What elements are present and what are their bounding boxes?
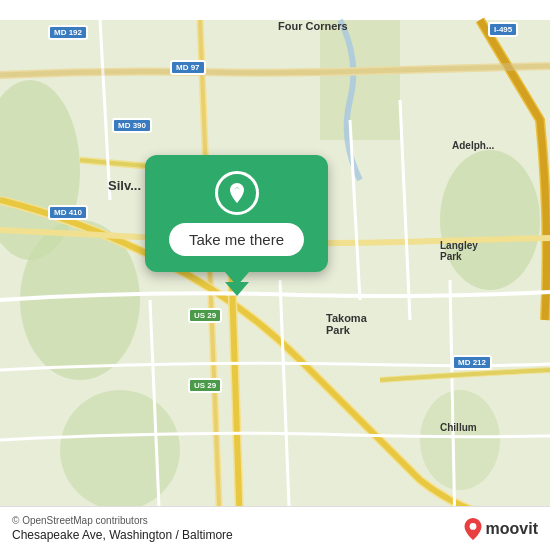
svg-point-6 <box>60 390 180 510</box>
svg-point-9 <box>469 523 476 530</box>
location-label: Chesapeake Ave, Washington / Baltimore <box>12 528 233 542</box>
location-pin-icon <box>225 181 249 205</box>
place-label-four-corners: Four Corners <box>278 20 348 32</box>
badge-md97: MD 97 <box>170 60 206 75</box>
place-label-chillum: Chillum <box>440 422 477 433</box>
badge-md390: MD 390 <box>112 118 152 133</box>
location-icon-wrapper <box>215 171 259 215</box>
badge-md212: MD 212 <box>452 355 492 370</box>
badge-us29a: US 29 <box>188 308 222 323</box>
badge-md410: MD 410 <box>48 205 88 220</box>
popup-bubble: Take me there <box>145 155 328 272</box>
attribution: © OpenStreetMap contributors <box>12 515 233 526</box>
badge-us29b: US 29 <box>188 378 222 393</box>
moovit-logo-text: moovit <box>486 520 538 538</box>
take-me-there-button[interactable]: Take me there <box>169 223 304 256</box>
svg-point-4 <box>440 150 540 290</box>
bottom-bar: © OpenStreetMap contributors Chesapeake … <box>0 506 550 550</box>
place-label-silver-spring: Silv... <box>108 178 141 193</box>
moovit-logo: moovit <box>464 518 538 540</box>
popup-card: Take me there <box>145 155 328 286</box>
moovit-pin-icon <box>464 518 482 540</box>
svg-point-5 <box>420 390 500 490</box>
badge-md192: MD 192 <box>48 25 88 40</box>
svg-rect-3 <box>320 20 400 140</box>
place-label-langley-park: LangleyPark <box>440 240 478 262</box>
place-label-adelphi: Adelph... <box>452 140 494 151</box>
place-label-takoma-park: TakomaPark <box>326 312 367 336</box>
badge-i495: I-495 <box>488 22 518 37</box>
map-container: Four Corners Silv... Adelph... LangleyPa… <box>0 0 550 550</box>
